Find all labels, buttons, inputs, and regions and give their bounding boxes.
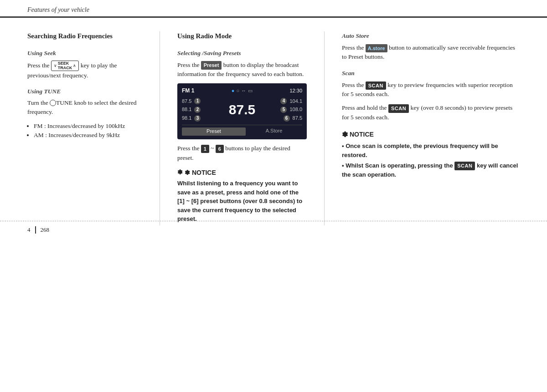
page-footer: 4 268 [0,221,547,239]
radio-time: 12:30 [289,87,302,95]
radio-bottom-bar: Preset A.Store [182,125,302,136]
auto-store-body: Press the A.store button to automaticall… [342,43,520,62]
right-column: Auto Store Press the A.store button to a… [329,31,520,225]
left-section-title: Searching Radio Frequencies [27,31,144,41]
footer-number: 4 [27,226,31,234]
preset-key-badge: Preset [201,61,222,70]
preset-num-3: 3 [194,115,201,122]
key-1-badge: 1 [201,145,209,153]
tune-bullet-fm: FM : Increases/decreased by 100kHz [34,122,144,131]
middle-notice-title: ✽ ✽ NOTICE [177,168,307,177]
middle-notice-text: Whilst listening to a frequency you want… [177,179,307,224]
seek-track-badge: ∨ SEEKTRACK ∧ [51,61,79,71]
scan-body-1: Press the SCAN key to preview frequencie… [342,81,520,99]
using-seek-section: Using Seek Press the ∨ SEEKTRACK ∧ key t… [27,49,144,81]
preset-freq-5: 108.0 [289,106,302,113]
right-notice-body: • Once scan is complete, the previous fr… [342,142,520,179]
radio-icon-circle: ○ [236,87,239,95]
key-6-badge: 6 [216,145,224,153]
right-notice-star-icon: ✽ [342,129,348,140]
radio-preset-btn[interactable]: Preset [182,127,246,136]
radio-top-bar: FM 1 ● ○ ↔ ▭ 12:30 [182,87,302,95]
radio-icon-rect: ▭ [248,87,253,95]
preset-num-5: 5 [280,107,287,113]
footer-separator [35,226,36,234]
radio-preset-row-2: 88.1 2 [182,106,225,113]
scan-badge-1: SCAN [366,81,386,90]
right-divider [324,31,325,225]
preset-num-2: 2 [194,107,201,113]
radio-preset-row-5: 108.0 5 [259,106,302,113]
radio-main-frequency: 87.5 [225,103,259,117]
page-header: Features of your vehicle [0,0,547,18]
preset-freq-6: 87.5 [293,115,302,122]
header-title: Features of your vehicle [27,5,520,15]
selecting-presets-subtitle: Selecting /Saving Presets [177,49,307,58]
scan-section: Scan Press the SCAN key to preview frequ… [342,69,520,122]
play-presets-body: Press the 1 ~ 6 buttons to play the desi… [177,144,307,163]
tune-bullet-am: AM : Increases/decreased by 9kHz [34,131,144,140]
radio-presets-area: 87.5 1 88.1 2 98.1 3 87.5 [182,98,302,122]
preset-freq-2: 88.1 [182,106,191,113]
right-notice-bullet-1: • Once scan is complete, the previous fr… [342,142,520,159]
astore-badge: A.store [366,44,387,53]
radio-preset-row-3: 98.1 3 [182,115,225,122]
middle-column: Using Radio Mode Selecting /Saving Prese… [165,31,320,225]
scan-body-2: Press and hold the SCAN key (over 0.8 se… [342,103,520,122]
right-notice: ✽ NOTICE • Once scan is complete, the pr… [342,129,520,179]
using-tune-body: Turn the TUNE knob to select the desired… [27,98,144,117]
preset-num-1: 1 [194,98,201,104]
right-notice-title: ✽ NOTICE [342,129,520,140]
selecting-presets-section: Selecting /Saving Presets Press the Pres… [177,49,307,79]
radio-fm-label: FM 1 [182,87,194,95]
radio-preset-row-6: 87.5 6 [259,115,302,122]
left-divider [160,31,160,225]
auto-store-section: Auto Store Press the A.store button to a… [342,31,520,61]
scan-subtitle: Scan [342,69,520,78]
preset-num-4: 4 [280,98,287,104]
radio-preset-row-4: 104.1 4 [259,98,302,105]
page-wrapper: Features of your vehicle Searching Radio… [0,0,547,239]
tune-knob-icon [50,100,56,106]
middle-notice: ✽ ✽ NOTICE Whilst listening to a frequen… [177,168,307,224]
using-tune-section: Using TUNE Turn the TUNE knob to select … [27,87,144,140]
radio-icon-bt: ● [232,87,235,95]
radio-icons: ● ○ ↔ ▭ [232,87,253,95]
radio-presets-right: 104.1 4 108.0 5 87.5 6 [259,98,302,122]
using-tune-subtitle: Using TUNE [27,87,144,96]
radio-display: FM 1 ● ○ ↔ ▭ 12:30 87.5 1 [177,83,307,139]
middle-section-title: Using Radio Mode [177,31,307,41]
middle-notice-body: Whilst listening to a frequency you want… [177,179,307,224]
preset-num-6: 6 [284,115,290,122]
scan-badge-notice: SCAN [454,162,475,170]
tune-bullets: FM : Increases/decreased by 100kHz AM : … [34,122,144,140]
notice-star-icon: ✽ [177,168,183,177]
auto-store-subtitle: Auto Store [342,31,520,41]
main-content: Searching Radio Frequencies Using Seek P… [0,18,547,239]
right-notice-bullet-2: • Whilst Scan is operating, pressing the… [342,161,520,179]
using-seek-body: Press the ∨ SEEKTRACK ∧ key to play the … [27,61,144,81]
left-column: Searching Radio Frequencies Using Seek P… [27,31,155,225]
footer-page: 268 [41,226,50,234]
using-seek-subtitle: Using Seek [27,49,144,58]
radio-preset-row-1: 87.5 1 [182,98,225,105]
radio-presets-left: 87.5 1 88.1 2 98.1 3 [182,98,225,122]
radio-astore-btn[interactable]: A.Store [246,127,302,136]
radio-icon-arrows: ↔ [241,87,246,95]
preset-freq-3: 98.1 [182,115,191,122]
selecting-presets-body: Press the Preset button to display the b… [177,61,307,79]
preset-freq-1: 87.5 [182,98,191,105]
scan-badge-2: SCAN [388,104,409,113]
preset-freq-4: 104.1 [289,98,302,105]
